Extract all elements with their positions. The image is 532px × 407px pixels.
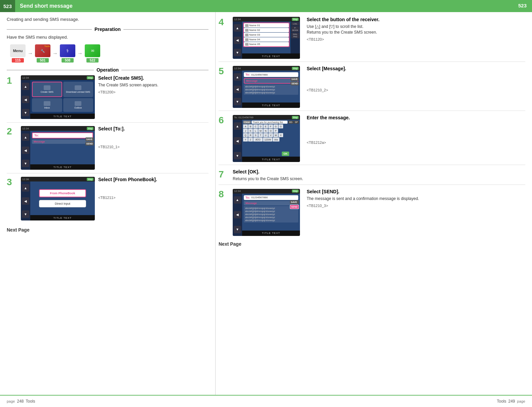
to-field-highlight[interactable]: To: [32, 132, 93, 138]
name-02[interactable]: Name 02 [244, 28, 289, 32]
step5-nav-back[interactable]: ◀ [234, 86, 241, 93]
key-T[interactable]: T [258, 133, 263, 137]
key-V[interactable]: V [268, 133, 273, 137]
create-sms-btn[interactable]: Create SMS [32, 82, 62, 97]
step-2-screen: 12:34 Map ▲ ◀ ▼ To: Message SAVE SEND [21, 126, 95, 170]
operation-label: Operation [97, 67, 119, 73]
page-number: 523 [3, 3, 12, 9]
outbox-btn[interactable]: Outbox [63, 98, 93, 112]
ok-btn-6[interactable]: OK [282, 152, 289, 156]
step2-nav-down[interactable]: ▼ [22, 160, 29, 167]
step8-nav-down[interactable]: ▼ [234, 226, 241, 233]
kb-top-row: Clear Thank you for purchasing the BS SP [243, 121, 299, 124]
step-4-screen: 12:34 Map ▲ ◀ ▼ LOG. P-BOOK DIAL PAD Nam… [233, 17, 300, 59]
step1-nav-down[interactable]: ▼ [22, 109, 29, 116]
name-04[interactable]: Name 04 [244, 37, 289, 42]
key-A[interactable]: A [243, 124, 248, 128]
clear-btn-6[interactable]: Clear [243, 121, 251, 124]
inbox-btn[interactable]: Inbox [32, 98, 62, 112]
key-K[interactable]: K [248, 129, 253, 133]
step1-nav-back[interactable]: ◀ [22, 96, 29, 103]
key-G2[interactable]: G [278, 124, 283, 128]
step6-nav-down[interactable]: ▼ [234, 152, 241, 159]
to-field-8: To: 01234567890 [244, 195, 298, 200]
name-03[interactable]: Name 03 [244, 33, 289, 37]
key-X[interactable]: X [278, 133, 283, 137]
key-L[interactable]: L [253, 129, 258, 133]
save-btn-2[interactable]: SAVE [85, 137, 94, 141]
step5-nav-down[interactable]: ▼ [234, 98, 241, 105]
step4-title-text: TITLE TEXT [262, 55, 280, 58]
key-AOE[interactable]: ÄÖÜ [253, 137, 263, 141]
step1-nav-up[interactable]: ▲ [22, 83, 29, 90]
menu-badge-508: 508 [62, 58, 74, 63]
log-btn[interactable]: LOG. [291, 22, 299, 26]
key-U[interactable]: U [263, 133, 268, 137]
step8-nav-up[interactable]: ▲ [234, 196, 241, 204]
key-S[interactable]: S [253, 133, 258, 137]
sp-btn-6[interactable]: SP [294, 121, 299, 124]
step5-content: To: 01234567890 Message abcdefghijklmnop… [242, 71, 300, 103]
arrow-1: → [28, 50, 33, 56]
key-W[interactable]: W [273, 133, 278, 137]
save-btn-8[interactable]: SAVE [290, 200, 299, 204]
key-R[interactable]: R [248, 133, 253, 137]
send-btn-8[interactable]: SEND [290, 205, 299, 209]
key-C[interactable]: C [253, 124, 258, 128]
step4-nav-down[interactable]: ▼ [234, 49, 241, 56]
bs-btn-6[interactable]: BS [288, 121, 293, 124]
download-unread-btn[interactable]: Download unread SMS [63, 82, 93, 97]
send-btn-5[interactable]: SEND [291, 82, 299, 85]
step6-content: Clear Thank you for purchasing the BS SP… [242, 120, 300, 157]
key-123M[interactable]: 123/M [263, 137, 272, 141]
key-M[interactable]: M [258, 129, 263, 133]
step-7-title: Select [OK]. [233, 169, 525, 174]
input-field-6[interactable]: Thank you for purchasing the [252, 121, 288, 124]
key-O[interactable]: O [268, 129, 273, 133]
key-P[interactable]: P [273, 129, 278, 133]
step1-nav: ▲ ◀ ▼ [21, 80, 30, 119]
step6-nav-up[interactable]: ▲ [234, 122, 241, 130]
direct-input-btn[interactable]: Direct Input [39, 200, 86, 207]
key-B[interactable]: B [248, 124, 253, 128]
key-E[interactable]: E [263, 124, 268, 128]
key-Z[interactable]: Z [248, 137, 253, 141]
step4-nav-up[interactable]: ▲ [234, 24, 241, 32]
step3-nav-up[interactable]: ▲ [22, 184, 29, 192]
menu-item-tools: 🔧 Tools 501 [35, 44, 50, 63]
key-N[interactable]: N [263, 129, 268, 133]
step3-nav-back[interactable]: ◀ [22, 197, 29, 205]
key-Q[interactable]: Q [243, 133, 248, 137]
menu-icon-bluetooth: ⚕ [60, 44, 75, 57]
key-D[interactable]: D [258, 124, 263, 128]
key-Y[interactable]: Y [243, 137, 248, 141]
name-05[interactable]: Name 05 [244, 42, 289, 46]
key-Aa[interactable]: A/a [273, 137, 279, 141]
preparation-header: Preparation [7, 27, 208, 32]
step8-nav-back[interactable]: ◀ [234, 211, 241, 218]
step-4-number: 4 [219, 17, 229, 27]
dialpad-btn[interactable]: DIAL PAD [291, 33, 299, 38]
step2-nav-back[interactable]: ◀ [22, 147, 29, 154]
save-btn-5[interactable]: SAVE [291, 77, 299, 81]
step-4-ref: <TB1120> [307, 37, 525, 41]
from-phonebook-btn[interactable]: From PhoneBook [39, 189, 86, 197]
step-1-number: 1 [7, 76, 17, 85]
step-7-info: Select [OK]. Returns you to the Create S… [233, 169, 525, 182]
step6-topbar: To: 0123456789 Map [233, 115, 300, 120]
send-btn-2[interactable]: SEND [85, 142, 94, 146]
pbook-btn[interactable]: P-BOOK [291, 26, 299, 32]
key-J[interactable]: J [243, 129, 248, 133]
step3-nav-down[interactable]: ▼ [22, 210, 29, 218]
name-01[interactable]: Name 01 [244, 23, 289, 28]
step8-content: To: 01234567890 Message abcdefghijklmnop… [242, 194, 300, 231]
message-field-2[interactable]: Message [32, 139, 93, 144]
step2-nav-up[interactable]: ▲ [22, 133, 29, 141]
step-6-info: Enter the message. <TB1212a> [307, 115, 525, 145]
key-F[interactable]: F [268, 124, 273, 128]
step4-nav-back[interactable]: ◀ [234, 37, 241, 44]
step5-nav-up[interactable]: ▲ [234, 73, 241, 81]
key-G[interactable]: G [273, 124, 278, 128]
step-3-number: 3 [7, 177, 17, 187]
step6-nav-back[interactable]: ◀ [234, 137, 241, 145]
